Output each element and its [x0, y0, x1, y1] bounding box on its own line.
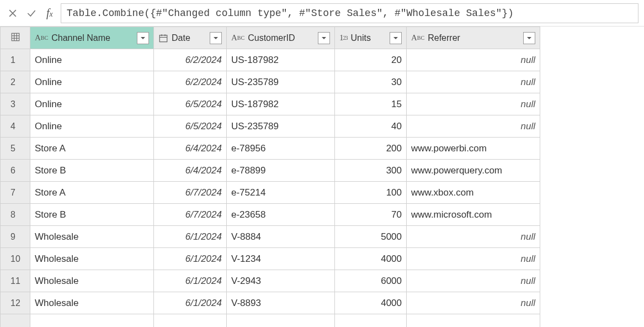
row-number[interactable]: 10 [1, 248, 30, 270]
cell-customer[interactable]: V-8893 [227, 292, 335, 314]
confirm-icon[interactable] [24, 6, 39, 20]
row-number[interactable]: 6 [1, 160, 30, 182]
cell-units[interactable]: 100 [335, 182, 407, 204]
row-number[interactable]: 2 [1, 71, 30, 93]
cell-date[interactable]: 6/1/2024 [154, 226, 227, 248]
formula-input[interactable] [61, 3, 638, 23]
cell-channel[interactable]: Online [30, 93, 154, 115]
cell-customer[interactable]: US-187982 [227, 93, 335, 115]
row-selector-header[interactable] [1, 27, 30, 49]
table-row[interactable]: 4Online6/5/2024US-23578940null [1, 115, 540, 138]
table-row[interactable]: 12Wholesale6/1/2024V-88934000null [1, 292, 540, 314]
cancel-icon[interactable] [6, 6, 20, 20]
cell-referrer[interactable]: www.microsoft.com [407, 204, 540, 226]
cell-units[interactable]: 4000 [335, 292, 407, 314]
cell-referrer[interactable]: null [407, 270, 540, 292]
cell-date[interactable]: 6/2/2024 [154, 71, 227, 93]
cell-referrer[interactable]: null [407, 226, 540, 248]
cell-referrer[interactable]: null [407, 93, 540, 115]
cell-units[interactable]: 5000 [335, 226, 407, 248]
cell-referrer[interactable]: null [407, 71, 540, 93]
table-row[interactable]: 6Store B6/4/2024e-78899300www.powerquery… [1, 160, 540, 182]
cell-channel[interactable]: Wholesale [30, 248, 154, 270]
filter-dropdown-icon[interactable] [137, 32, 149, 44]
cell-units[interactable]: 30 [335, 71, 407, 93]
cell-customer[interactable]: e-23658 [227, 204, 335, 226]
cell-referrer[interactable]: www.xbox.com [407, 182, 540, 204]
row-number[interactable]: 7 [1, 182, 30, 204]
cell-date[interactable]: 6/1/2024 [154, 248, 227, 270]
cell-date[interactable]: 6/5/2024 [154, 93, 227, 115]
cell-referrer[interactable]: www.powerquery.com [407, 160, 540, 182]
row-number[interactable]: 1 [1, 49, 30, 71]
cell-date[interactable]: 6/4/2024 [154, 138, 227, 160]
row-number[interactable]: 4 [1, 115, 30, 138]
cell-channel[interactable]: Store A [30, 138, 154, 160]
table-row[interactable]: 2Online6/2/2024US-23578930null [1, 71, 540, 93]
table-row[interactable]: 8Store B6/7/2024e-2365870www.microsoft.c… [1, 204, 540, 226]
cell-customer[interactable]: e-78899 [227, 160, 335, 182]
cell-customer[interactable]: V-8884 [227, 226, 335, 248]
cell-customer[interactable]: V-2943 [227, 270, 335, 292]
filter-dropdown-icon[interactable] [390, 32, 402, 44]
column-header-date[interactable]: Date [154, 27, 227, 49]
table-row[interactable]: 5Store A6/4/2024e-78956200www.powerbi.co… [1, 138, 540, 160]
cell-channel[interactable]: Online [30, 115, 154, 138]
cell-customer[interactable]: US-235789 [227, 71, 335, 93]
cell-units[interactable]: 70 [335, 204, 407, 226]
cell-channel[interactable]: Store B [30, 204, 154, 226]
filter-dropdown-icon[interactable] [523, 32, 535, 44]
column-header-channel[interactable]: ABC Channel Name [30, 27, 154, 49]
row-number[interactable]: 3 [1, 93, 30, 115]
cell-date[interactable]: 6/1/2024 [154, 292, 227, 314]
cell-customer[interactable]: e-78956 [227, 138, 335, 160]
cell-date[interactable]: 6/5/2024 [154, 115, 227, 138]
data-grid[interactable]: ABC Channel Name Date [0, 27, 644, 327]
cell-units[interactable]: 20 [335, 49, 407, 71]
table-row[interactable]: 9Wholesale6/1/2024V-88845000null [1, 226, 540, 248]
cell-customer[interactable]: US-235789 [227, 115, 335, 138]
cell-units[interactable]: 6000 [335, 270, 407, 292]
cell-channel[interactable]: Online [30, 49, 154, 71]
filter-dropdown-icon[interactable] [318, 32, 330, 44]
table-row[interactable]: 11Wholesale6/1/2024V-29436000null [1, 270, 540, 292]
cell-referrer[interactable]: null [407, 49, 540, 71]
cell-referrer[interactable]: null [407, 248, 540, 270]
cell-date[interactable]: 6/7/2024 [154, 182, 227, 204]
cell-channel[interactable]: Wholesale [30, 270, 154, 292]
cell-units[interactable]: 300 [335, 160, 407, 182]
cell-channel[interactable]: Wholesale [30, 292, 154, 314]
cell-customer[interactable]: e-75214 [227, 182, 335, 204]
cell-channel[interactable]: Store B [30, 160, 154, 182]
cell-channel[interactable]: Online [30, 71, 154, 93]
row-number[interactable]: 8 [1, 204, 30, 226]
column-header-referrer[interactable]: ABC Referrer [407, 27, 540, 49]
cell-referrer[interactable]: null [407, 292, 540, 314]
cell-referrer[interactable]: www.powerbi.com [407, 138, 540, 160]
row-number[interactable]: 11 [1, 270, 30, 292]
cell-date[interactable]: 6/1/2024 [154, 270, 227, 292]
cell-date[interactable]: 6/4/2024 [154, 160, 227, 182]
cell-channel[interactable]: Store A [30, 182, 154, 204]
cell-date[interactable]: 6/7/2024 [154, 204, 227, 226]
cell-units[interactable]: 200 [335, 138, 407, 160]
cell-channel[interactable]: Wholesale [30, 226, 154, 248]
table-row[interactable]: 7Store A6/7/2024e-75214100www.xbox.com [1, 182, 540, 204]
cell-units[interactable]: 4000 [335, 248, 407, 270]
column-header-units[interactable]: 123 Units [335, 27, 407, 49]
cell-customer[interactable]: V-1234 [227, 248, 335, 270]
table-row[interactable]: 10Wholesale6/1/2024V-12344000null [1, 248, 540, 270]
table-row[interactable]: 3Online6/5/2024US-18798215null [1, 93, 540, 115]
table-row[interactable]: 1Online6/2/2024US-18798220null [1, 49, 540, 71]
fx-icon[interactable]: fx [43, 7, 56, 19]
row-number[interactable]: 12 [1, 292, 30, 314]
cell-referrer[interactable]: null [407, 115, 540, 138]
cell-date[interactable]: 6/2/2024 [154, 49, 227, 71]
cell-customer[interactable]: US-187982 [227, 49, 335, 71]
column-header-customer[interactable]: ABC CustomerID [227, 27, 335, 49]
filter-dropdown-icon[interactable] [210, 32, 222, 44]
cell-units[interactable]: 40 [335, 115, 407, 138]
row-number[interactable]: 5 [1, 138, 30, 160]
row-number[interactable]: 9 [1, 226, 30, 248]
cell-units[interactable]: 15 [335, 93, 407, 115]
